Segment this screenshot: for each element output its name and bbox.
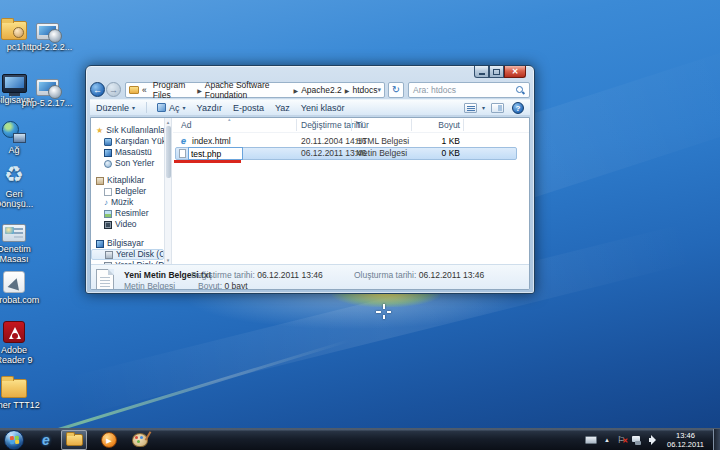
refresh-icon: ↻ <box>392 84 400 95</box>
details-modified: Değiştirme tarihi: 06.12.2011 13:46 <box>191 270 323 280</box>
search-box[interactable]: Ara: htdocs <box>408 82 530 98</box>
installer-icon <box>36 23 59 40</box>
breadcrumb-segment[interactable]: Apache2.2 <box>301 85 342 95</box>
maximize-button[interactable] <box>489 66 504 78</box>
show-desktop-button[interactable] <box>713 429 720 450</box>
organize-button[interactable]: Düzenle▾ <box>96 103 135 113</box>
taskbar-item-internet-explorer[interactable]: e <box>33 430 59 450</box>
breadcrumb-segment[interactable]: Program Files <box>153 80 194 100</box>
volume-icon[interactable] <box>649 435 659 445</box>
help-button[interactable]: ? <box>512 102 524 114</box>
desktop-icon-label: Ağ <box>0 145 42 155</box>
sort-indicator-icon: ▴ <box>228 117 231 122</box>
preview-pane-icon[interactable] <box>491 103 504 113</box>
system-tray: ▲ ⚐✕ 13:46 06.12.2011 <box>585 429 710 450</box>
rename-input[interactable] <box>189 149 242 160</box>
close-button[interactable]: ✕ <box>504 66 526 78</box>
document-icon <box>157 103 166 112</box>
sidebar-scrollbar[interactable]: ▴ ▾ <box>164 118 172 264</box>
new-folder-button[interactable]: Yeni klasör <box>301 103 345 113</box>
desktop-icon-label: Adobe Reader 9 <box>0 345 42 365</box>
desktop-icon <box>104 149 112 157</box>
chevron-down-icon: ▾ <box>183 104 186 111</box>
desktop-icon-control-panel[interactable]: Denetim Masası <box>0 215 42 264</box>
desktop-icon-network[interactable]: Ağ <box>0 116 42 155</box>
sidebar-item-local-disk-c[interactable]: Yerel Disk (C:) <box>91 249 164 260</box>
breadcrumb-separator-icon: ▶ <box>345 87 350 94</box>
sidebar-item-video[interactable]: Video <box>91 219 164 230</box>
action-center-icon[interactable]: ⚐✕ <box>617 435 625 445</box>
close-icon: ✕ <box>512 67 519 76</box>
desktop-icon-taner-folder[interactable]: Taner TTT12 <box>0 371 42 410</box>
desktop: pc1 httpd-2.2.2... Bilgisayar php-5.2.17… <box>0 0 720 450</box>
taskbar-item-explorer[interactable] <box>61 430 87 450</box>
burn-button[interactable]: Yaz <box>275 103 290 113</box>
back-icon: ← <box>93 85 102 95</box>
scrollbar-thumb[interactable] <box>166 126 171 178</box>
column-header-date[interactable]: Değiştirme tarihi <box>301 120 362 130</box>
desktop-icon-label: httpd-2.2.2... <box>19 42 75 52</box>
control-panel-icon <box>2 224 26 242</box>
breadcrumb-separator-icon: ▶ <box>294 87 299 94</box>
desktop-icon-label: Geri Dönüşü... <box>0 189 42 209</box>
back-button[interactable]: ← <box>90 82 105 97</box>
music-note-icon: ♪ <box>104 199 108 207</box>
desktop-icon-adobe-reader[interactable]: Adobe Reader 9 <box>0 316 42 365</box>
sidebar-item-music[interactable]: ♪Müzik <box>91 197 164 208</box>
sidebar-group-favorites[interactable]: ★Sık Kullanılanlar <box>91 125 164 136</box>
address-row: ← → « Program Files ▶ Apache Software Fo… <box>90 81 530 99</box>
clock-time: 13:46 <box>667 431 704 440</box>
search-hint: Ara: htdocs <box>413 85 516 95</box>
taskbar-clock[interactable]: 13:46 06.12.2011 <box>667 431 704 449</box>
address-bar[interactable]: « Program Files ▶ Apache Software Founda… <box>125 82 385 98</box>
libraries-icon <box>96 177 104 185</box>
taskbar-item-paint[interactable] <box>127 430 153 450</box>
file-row-test-php[interactable]: 06.12.2011 13:46 Metin Belgesi 0 KB <box>173 147 529 160</box>
internet-explorer-icon: e <box>42 432 50 448</box>
details-file-type: Metin Belgesi <box>124 281 175 290</box>
desktop-icon-acrobat-com[interactable]: Acrobat.com <box>0 266 42 305</box>
taskbar-item-media-player[interactable]: ▶ <box>96 430 122 450</box>
sidebar-item-downloads[interactable]: Karşıdan Yüklem <box>91 136 164 147</box>
file-type: Metin Belgesi <box>356 147 407 160</box>
sidebar-group-libraries[interactable]: Kitaplıklar <box>91 175 164 186</box>
scroll-up-icon[interactable]: ▴ <box>165 119 171 125</box>
column-header-type[interactable]: Tür <box>356 120 369 130</box>
print-button[interactable]: Yazdır <box>197 103 222 113</box>
refresh-button[interactable]: ↻ <box>388 82 404 98</box>
keyboard-layout-icon[interactable] <box>585 436 597 444</box>
desktop-icon-httpd-installer[interactable]: httpd-2.2.2... <box>19 13 75 52</box>
open-button[interactable]: Aç▾ <box>157 103 186 113</box>
text-file-icon <box>179 149 186 158</box>
views-icon[interactable] <box>464 103 477 113</box>
scroll-down-icon[interactable]: ▾ <box>165 257 171 263</box>
pictures-icon <box>104 210 112 218</box>
windows-logo-icon <box>10 436 20 445</box>
sidebar-item-pictures[interactable]: Resimler <box>91 208 164 219</box>
rename-edit-box[interactable] <box>188 147 243 160</box>
explorer-content: ★Sık Kullanılanlar Karşıdan Yüklem Masaü… <box>90 117 530 290</box>
minimize-button[interactable] <box>474 66 489 78</box>
views-dropdown-icon[interactable]: ▾ <box>482 104 485 111</box>
desktop-icon-php-installer[interactable]: php-5.2.17... <box>19 69 75 108</box>
start-button[interactable] <box>4 430 24 450</box>
details-pane: Yeni Metin Belgesi.txt Metin Belgesi Değ… <box>91 264 529 289</box>
breadcrumb-segment[interactable]: htdocs <box>352 85 377 95</box>
sidebar-item-documents[interactable]: Belgeler <box>91 186 164 197</box>
toolbar-divider <box>146 102 147 113</box>
sidebar-item-recent[interactable]: Son Yerler <box>91 158 164 169</box>
breadcrumb-segment[interactable]: Apache Software Foundation <box>205 80 291 100</box>
column-header-name[interactable]: Ad <box>181 120 191 130</box>
address-dropdown-icon[interactable]: ▾ <box>377 86 381 94</box>
desktop-icon-recycle-bin[interactable]: ♻ Geri Dönüşü... <box>0 160 42 209</box>
show-hidden-icons-button[interactable]: ▲ <box>604 437 610 443</box>
column-header-size[interactable]: Boyut <box>416 120 460 130</box>
minimize-icon <box>479 73 485 75</box>
email-button[interactable]: E-posta <box>233 103 264 113</box>
sidebar-item-desktop[interactable]: Masaüstü <box>91 147 164 158</box>
recycle-bin-icon: ♻ <box>4 163 24 187</box>
network-status-icon[interactable] <box>632 436 642 445</box>
sidebar-group-computer[interactable]: Bilgisayar <box>91 238 164 249</box>
folder-icon <box>1 379 27 398</box>
forward-button[interactable]: → <box>106 82 121 97</box>
